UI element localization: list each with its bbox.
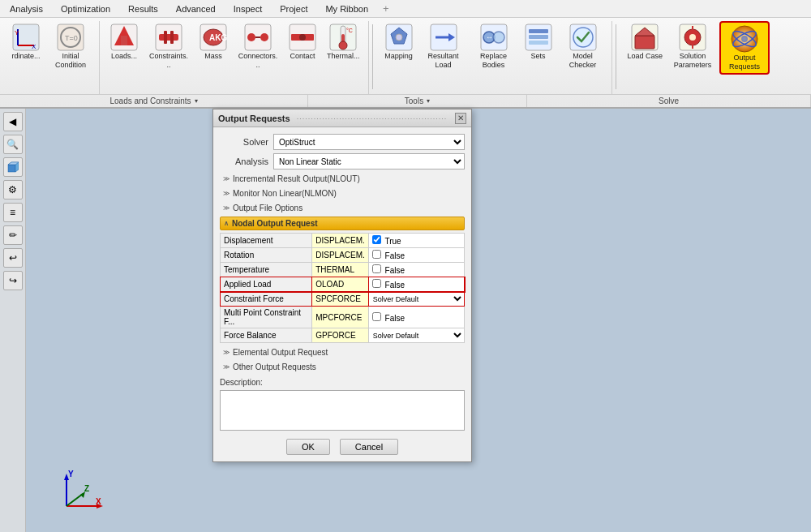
resultant-load-label: Resultant Load [423, 52, 464, 70]
menu-results[interactable]: Results [125, 2, 161, 15]
contact-btn[interactable]: Contact [285, 21, 320, 62]
sets-label: Sets [531, 52, 546, 61]
menu-advanced[interactable]: Advanced [173, 2, 219, 15]
svg-text:°C: °C [346, 28, 353, 33]
load-case-btn[interactable]: Load Case [624, 21, 667, 62]
other-output-section[interactable]: ≫ Other Output Requests [220, 361, 465, 373]
mass-label: Mass [204, 52, 222, 61]
rotation-value-text: False [385, 251, 405, 260]
nodal-chevron: ∧ [224, 220, 229, 227]
cancel-btn[interactable]: Cancel [340, 439, 398, 455]
initial-condition-btn[interactable]: T=0 Initial Condition [47, 21, 94, 71]
svg-rect-14 [170, 31, 174, 44]
output-requests-btn[interactable]: Output Requests [719, 21, 770, 75]
loads-constraints-arrow: ▾ [195, 97, 198, 105]
applied-load-code: OLOAD [312, 277, 369, 292]
initial-condition-label: Initial Condition [50, 52, 91, 70]
menu-add[interactable]: + [383, 2, 389, 15]
rotation-code: DISPLACEM. [312, 248, 369, 263]
sidebar-btn-redo[interactable]: ↪ [3, 271, 23, 290]
multi-point-name: Multi Point Constraint F... [221, 307, 312, 328]
analysis-label: Analysis [220, 157, 268, 166]
tools-text: Tools [405, 97, 423, 105]
svg-text:Y: Y [68, 470, 74, 478]
svg-point-45 [573, 28, 593, 47]
force-balance-select[interactable]: Solver Default [369, 328, 464, 342]
menu-optimization[interactable]: Optimization [58, 2, 114, 15]
description-textarea[interactable] [220, 390, 465, 431]
force-balance-name: Force Balance [221, 328, 312, 343]
multi-point-value-text: False [385, 314, 405, 323]
mass-btn[interactable]: AKG Mass [195, 21, 231, 62]
displacement-code: DISPLACEM. [312, 234, 369, 248]
svg-point-28 [339, 41, 347, 49]
menu-inspect[interactable]: Inspect [230, 2, 265, 15]
displacement-checkbox[interactable] [372, 235, 381, 244]
sidebar-btn-edit[interactable]: ✏ [3, 225, 23, 245]
rotation-checkbox[interactable] [372, 250, 381, 259]
solution-parameters-btn[interactable]: Solution Parameters [669, 21, 716, 71]
model-checker-btn[interactable]: Model Checker [560, 21, 607, 71]
svg-point-19 [247, 33, 255, 41]
monitor-nonlinear-section[interactable]: ≫ Monitor Non Linear(NLMON) [220, 187, 465, 200]
output-file-options-section[interactable]: ≫ Output File Options [220, 202, 465, 214]
analysis-row: Analysis Non Linear Static [220, 153, 465, 169]
connectors-label: Connectors... [238, 52, 278, 70]
sidebar-btn-list[interactable]: ≡ [3, 203, 23, 222]
solver-row: Solver OptiStruct [220, 134, 465, 150]
menu-analysis[interactable]: Analysis [6, 2, 46, 15]
applied-load-row: Applied Load OLOAD False [221, 277, 465, 292]
coordinates-label: rdinate... [11, 52, 40, 61]
sidebar-btn-undo[interactable]: ↩ [3, 248, 23, 268]
contact-icon [288, 23, 317, 52]
dialog-close-btn[interactable]: ✕ [455, 113, 466, 124]
elemental-chevron: ≫ [223, 349, 230, 356]
svg-text:T=0: T=0 [65, 34, 78, 42]
ok-btn[interactable]: OK [286, 439, 330, 455]
mass-icon: AKG [199, 23, 228, 52]
initial-condition-icon: T=0 [56, 23, 85, 52]
analysis-select[interactable]: Non Linear Static [273, 153, 465, 169]
constraint-force-row: Constraint Force SPCFORCE Solver Default [221, 292, 465, 307]
dialog-body: Solver OptiStruct Analysis Non Linear St… [213, 127, 471, 461]
dialog-title-bar: Output Requests ························… [213, 109, 471, 127]
nodal-output-section[interactable]: ∧ Nodal Output Request [220, 217, 465, 230]
mapping-icon [384, 23, 414, 52]
loads-btn[interactable]: Loads... [106, 21, 142, 62]
sidebar-btn-settings[interactable]: ⚙ [3, 180, 23, 200]
sidebar-btn-arrow[interactable]: ◀ [3, 112, 23, 131]
section-label-loads-constraints: Loads and Constraints ▾ [0, 95, 308, 107]
ribbon-tools: YX rdinate... T=0 Initial Condition [0, 18, 811, 94]
menu-project[interactable]: Project [277, 2, 311, 15]
sets-btn[interactable]: Sets [521, 21, 556, 62]
connectors-btn[interactable]: Connectors... [234, 21, 281, 71]
multi-point-checkbox[interactable] [372, 312, 381, 321]
tools-arrow: ▾ [427, 97, 430, 105]
mapping-btn[interactable]: Mapping [381, 21, 417, 62]
sidebar-btn-search[interactable]: 🔍 [3, 135, 23, 154]
replace-bodies-btn[interactable]: ↔ Replace Bodies [470, 21, 517, 71]
svg-rect-47 [635, 36, 654, 49]
dialog-title-dots: ········································… [297, 114, 455, 122]
constraint-force-select[interactable]: Solver Default [369, 292, 464, 306]
constraints-btn[interactable]: Constraints... [145, 21, 192, 71]
svg-point-32 [396, 34, 402, 41]
svg-text:Y: Y [15, 29, 19, 36]
thermal-label: Thermal... [327, 52, 360, 61]
svg-text:Z: Z [84, 484, 89, 493]
solver-select[interactable]: OptiStruct [273, 134, 465, 150]
incremental-result-section[interactable]: ≫ Incremental Result Output(NLOUT) [220, 173, 465, 185]
model-checker-label: Model Checker [563, 52, 603, 70]
applied-load-checkbox[interactable] [372, 279, 381, 288]
coordinates-btn[interactable]: YX rdinate... [8, 21, 44, 62]
resultant-load-btn[interactable]: Resultant Load [420, 21, 467, 71]
dialog-btn-row: OK Cancel [220, 439, 465, 455]
sidebar-btn-cube[interactable] [3, 157, 23, 177]
thermal-icon: °C [328, 23, 358, 52]
applied-load-name: Applied Load [221, 277, 312, 292]
menu-my-ribbon[interactable]: My Ribbon [322, 2, 371, 15]
elemental-output-section[interactable]: ≫ Elemental Output Request [220, 346, 465, 358]
temperature-checkbox[interactable] [372, 264, 381, 273]
ribbon-group-coordinates: YX rdinate... T=0 Initial Condition [3, 21, 100, 94]
thermal-btn[interactable]: °C Thermal... [324, 21, 363, 62]
